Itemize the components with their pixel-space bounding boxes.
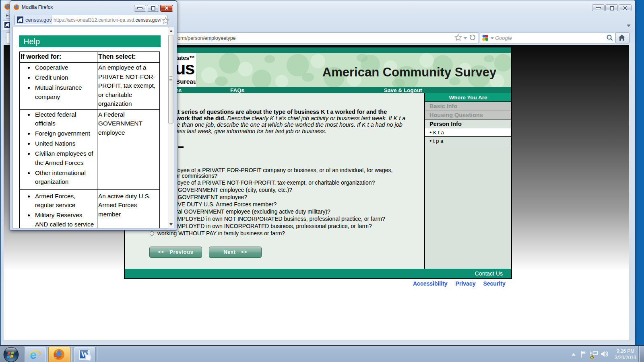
svg-text:e: e [30,348,36,361]
